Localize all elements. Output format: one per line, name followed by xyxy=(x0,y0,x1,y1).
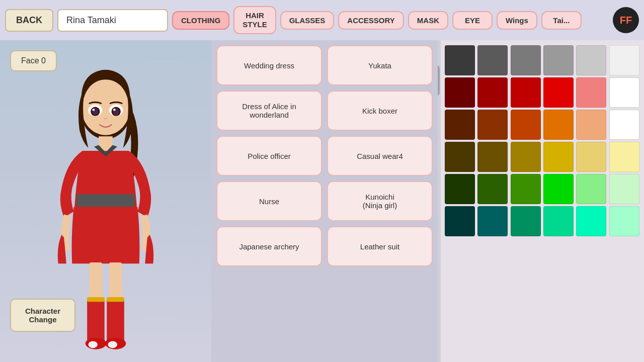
color-swatch-0-1[interactable] xyxy=(477,45,508,75)
color-swatch-0-4[interactable] xyxy=(576,45,606,75)
clothing-item-japanese-archery[interactable]: Japanese archery xyxy=(216,226,322,266)
color-swatch-5-3[interactable] xyxy=(543,206,574,236)
color-swatch-3-2[interactable] xyxy=(511,142,541,172)
color-swatch-4-1[interactable] xyxy=(477,174,508,204)
color-swatch-0-3[interactable] xyxy=(543,45,574,75)
color-swatch-5-5[interactable] xyxy=(609,206,639,236)
color-swatch-1-3[interactable] xyxy=(543,77,574,108)
clothing-item-police-officer[interactable]: Police officer xyxy=(216,136,322,176)
color-swatch-3-4[interactable] xyxy=(576,142,606,172)
svg-rect-16 xyxy=(87,297,105,302)
svg-rect-2 xyxy=(76,194,134,207)
tab-hairstyle[interactable]: HAIR STYLE xyxy=(233,6,276,34)
back-button[interactable]: BACK xyxy=(5,9,53,32)
color-swatch-4-3[interactable] xyxy=(543,174,574,204)
color-swatch-4-2[interactable] xyxy=(511,174,541,204)
svg-point-20 xyxy=(88,341,97,348)
color-swatch-5-2[interactable] xyxy=(511,206,541,236)
face-badge[interactable]: Face 0 xyxy=(10,50,57,71)
color-swatch-3-5[interactable] xyxy=(609,142,639,172)
color-swatch-0-2[interactable] xyxy=(511,45,541,75)
color-swatch-1-4[interactable] xyxy=(576,77,606,108)
tab-accessory[interactable]: ACCESSORY xyxy=(338,11,404,30)
clothing-item-kick-boxer[interactable]: Kick boxer xyxy=(327,90,433,131)
clothing-item-leather-suit[interactable]: Leather suit xyxy=(327,226,433,266)
color-palette-panel xyxy=(441,40,644,362)
color-swatch-5-4[interactable] xyxy=(576,206,606,236)
color-swatch-4-4[interactable] xyxy=(576,174,606,204)
tab-clothing[interactable]: CLOTHING xyxy=(172,11,229,30)
color-swatch-1-0[interactable] xyxy=(445,77,475,108)
svg-rect-14 xyxy=(87,298,105,344)
color-swatch-5-1[interactable] xyxy=(477,206,508,236)
tab-tail[interactable]: Tai... xyxy=(541,11,582,30)
color-swatch-2-3[interactable] xyxy=(543,110,574,140)
clothing-list-panel: Wedding dress Yukata Dress of Alice in w… xyxy=(211,40,438,362)
color-swatch-1-5[interactable] xyxy=(609,77,639,108)
color-swatch-1-1[interactable] xyxy=(477,77,508,108)
character-panel: Face 0 xyxy=(0,40,211,362)
color-swatch-2-2[interactable] xyxy=(511,110,541,140)
svg-point-7 xyxy=(93,109,95,111)
color-grid xyxy=(445,45,640,236)
clothing-item-alice-dress[interactable]: Dress of Alice in wonderland xyxy=(216,90,322,131)
clothing-item-nurse[interactable]: Nurse xyxy=(216,181,322,221)
clothing-item-kunoichi[interactable]: Kunoichi (Ninja girl) xyxy=(327,181,433,221)
color-swatch-3-3[interactable] xyxy=(543,142,574,172)
tab-mask[interactable]: MASK xyxy=(408,11,448,30)
color-swatch-5-0[interactable] xyxy=(445,206,475,236)
color-swatch-3-1[interactable] xyxy=(477,142,508,172)
top-navigation-bar: BACK CLOTHING HAIR STYLE GLASSES ACCESSO… xyxy=(0,0,644,40)
color-swatch-0-5[interactable] xyxy=(609,45,639,75)
color-swatch-4-5[interactable] xyxy=(609,174,639,204)
character-change-button[interactable]: Character Change xyxy=(10,299,75,332)
color-swatch-3-0[interactable] xyxy=(445,142,475,172)
svg-rect-15 xyxy=(107,298,124,344)
color-swatch-0-0[interactable] xyxy=(445,45,475,75)
svg-point-11 xyxy=(113,109,116,111)
tab-glasses[interactable]: GLASSES xyxy=(280,11,335,30)
svg-point-21 xyxy=(108,341,117,348)
color-swatch-2-1[interactable] xyxy=(477,110,508,140)
character-name-input[interactable] xyxy=(57,9,168,32)
clothing-item-casual-wear4[interactable]: Casual wear4 xyxy=(327,136,433,176)
app-logo: FF xyxy=(613,7,639,33)
clothing-item-yukata[interactable]: Yukata xyxy=(327,45,433,85)
clothing-item-wedding-dress[interactable]: Wedding dress xyxy=(216,45,322,85)
color-swatch-1-2[interactable] xyxy=(511,77,541,108)
color-swatch-2-5[interactable] xyxy=(609,110,639,140)
color-swatch-2-0[interactable] xyxy=(445,110,475,140)
color-swatch-2-4[interactable] xyxy=(576,110,606,140)
svg-rect-17 xyxy=(107,297,124,302)
tab-eye[interactable]: EYE xyxy=(452,11,493,30)
clothing-grid: Wedding dress Yukata Dress of Alice in w… xyxy=(216,45,433,312)
color-swatch-4-0[interactable] xyxy=(445,174,475,204)
tab-wings[interactable]: Wings xyxy=(497,11,537,30)
